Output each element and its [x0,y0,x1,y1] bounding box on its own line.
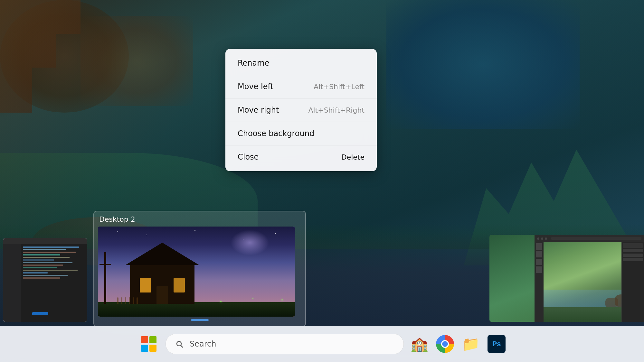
win-square-tl [141,336,148,343]
search-bar[interactable]: Search [166,334,404,354]
schoolhouse-emoji: 🏫 [411,337,428,351]
taskbar-icon-photoshop[interactable]: Ps [486,334,507,354]
desktop2-label: Desktop 2 [98,215,301,223]
move-left-shortcut: Alt+Shift+Left [314,83,365,91]
photoshop-icon: Ps [488,335,506,353]
search-label: Search [190,339,216,348]
move-right-label: Move right [238,106,279,115]
start-button[interactable] [137,332,160,356]
desktop3-card[interactable] [489,235,644,322]
chrome-icon [436,335,454,353]
delete-label: Delete [341,153,365,161]
taskbar: Search 🏫 📁 Ps [0,326,644,362]
svg-line-1 [181,346,183,348]
context-menu-close-delete[interactable]: Close Delete [225,147,377,167]
win-square-br [149,345,156,352]
desktop2-preview [98,227,295,317]
context-menu: Rename Move left Alt+Shift+Left Move rig… [225,49,377,171]
taskbar-icon-files[interactable]: 📁 [460,334,481,354]
context-menu-move-left[interactable]: Move left Alt+Shift+Left [225,76,377,97]
windows-logo [141,336,156,352]
desktop1-preview [3,238,87,322]
menu-divider-3 [225,122,377,122]
desktop2-indicator [191,319,209,321]
choose-background-label: Choose background [238,129,314,138]
close-label: Close [238,153,259,162]
search-icon [174,338,185,350]
context-menu-move-right[interactable]: Move right Alt+Shift+Right [225,100,377,120]
menu-divider-2 [225,98,377,98]
chrome-inner-circle [441,340,449,348]
context-menu-choose-background[interactable]: Choose background [225,123,377,144]
rename-label: Rename [238,59,269,68]
desktop3-preview [489,235,644,322]
context-menu-rename[interactable]: Rename [225,53,377,73]
menu-divider-1 [225,75,377,75]
file-explorer-emoji: 📁 [462,337,480,351]
desktop2-card[interactable]: Desktop 2 [93,211,306,327]
menu-divider-4 [225,145,377,145]
taskbar-icon-chrome[interactable] [435,334,455,354]
move-right-shortcut: Alt+Shift+Right [308,106,365,114]
desktop1-card[interactable] [3,238,89,322]
win-square-bl [141,345,148,352]
win-square-tr [149,336,156,343]
taskbar-icon-schoolhouse[interactable]: 🏫 [409,334,430,354]
move-left-label: Move left [238,82,273,91]
